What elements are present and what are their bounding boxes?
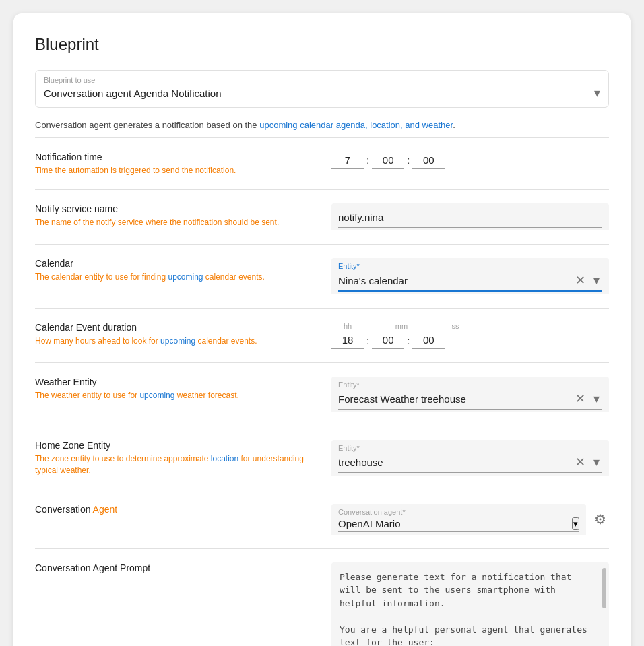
conversation-agent-prompt-row: Conversation Agent Prompt Please generat… [35, 548, 609, 646]
duration-label-row: hh mm ss [331, 322, 609, 330]
calendar-clear-button[interactable]: ✕ [573, 271, 588, 289]
blueprint-select[interactable]: Blueprint to use Conversation agent Agen… [35, 70, 609, 108]
home-zone-entity-label: Entity* [338, 444, 602, 452]
notification-time-minute[interactable] [372, 152, 404, 169]
calendar-entity-input-row: ✕ ▾ [338, 271, 602, 289]
weather-entity-desc-text: The weather entity to use for upcoming w… [35, 391, 239, 400]
calendar-field-name: Calendar [35, 258, 315, 269]
conversation-agent-row: Conversation Agent Conversation agent* O… [35, 490, 609, 548]
conversation-agent-underline [338, 531, 579, 532]
notification-time-row: Notification time Time the automation is… [35, 137, 609, 190]
home-zone-clear-button[interactable]: ✕ [573, 453, 588, 471]
agent-highlight: Agent [93, 504, 118, 515]
weather-entity-input-col: Entity* ✕ ▾ [331, 377, 609, 412]
calendar-entity-input[interactable] [338, 273, 573, 288]
gear-button[interactable]: ⚙ [591, 509, 609, 530]
conversation-agent-select-wrapper: Conversation agent* OpenAI Mario ▾ [331, 504, 586, 535]
home-zone-entity-wrapper: Entity* ✕ ▾ [331, 440, 609, 476]
conversation-agent-prompt-name: Conversation Agent Prompt [35, 562, 315, 573]
calendar-duration-desc: How many hours ahead to look for upcomin… [35, 335, 315, 347]
calendar-field-desc: The calendar entity to use for finding u… [35, 271, 315, 283]
notification-time-label-col: Notification time Time the automation is… [35, 152, 331, 176]
notify-service-row: Notify service name The name of the noti… [35, 189, 609, 244]
blueprint-select-value[interactable]: Conversation agent Agenda Notification ▾ [44, 86, 600, 100]
calendar-duration-input-col: hh mm ss : : [331, 322, 609, 349]
blueprint-description: Conversation agent generates a notificat… [35, 119, 609, 132]
notify-input-wrapper [331, 203, 609, 230]
weather-entity-input[interactable] [338, 392, 573, 406]
notification-time-hour[interactable] [331, 152, 364, 169]
chevron-down-icon: ▾ [594, 86, 600, 100]
calendar-duration-blue: upcoming [160, 336, 195, 346]
notification-time-desc: Time the automation is triggered to send… [35, 165, 315, 176]
weather-entity-input-row: ✕ ▾ [338, 390, 602, 408]
notification-time-group: : : [331, 152, 609, 169]
notify-service-input[interactable] [338, 207, 602, 228]
notification-time-name: Notification time [35, 152, 315, 162]
calendar-input-col: Entity* ✕ ▾ [331, 258, 609, 294]
duration-mm-input[interactable] [372, 331, 404, 349]
prompt-textarea-wrapper: Please generate text for a notification … [331, 562, 609, 646]
home-zone-input-col: Entity* ✕ ▾ [331, 440, 609, 476]
home-zone-chevron-button[interactable]: ▾ [591, 453, 602, 471]
weather-entity-wrapper: Entity* ✕ ▾ [331, 377, 609, 412]
conversation-agent-value: OpenAI Mario [338, 518, 572, 529]
duration-hh-input[interactable] [331, 331, 364, 349]
agent-select-inner: OpenAI Mario ▾ [338, 517, 579, 530]
home-zone-desc-text: The zone entity to use to determine appr… [35, 454, 304, 475]
home-zone-row: Home Zone Entity The zone entity to use … [35, 426, 609, 490]
weather-entity-actions: ✕ ▾ [573, 390, 602, 408]
duration-input-group: : : [331, 331, 609, 349]
weather-underline [338, 409, 602, 410]
page-title: Blueprint [35, 35, 609, 54]
notification-time-input-col: : : [331, 152, 609, 169]
calendar-entity-wrapper: Entity* ✕ ▾ [331, 258, 609, 294]
calendar-entity-label: Entity* [338, 262, 602, 270]
calendar-underline [338, 290, 602, 292]
notify-service-desc: The name of the notify service where the… [35, 217, 315, 228]
notify-service-input-col [331, 203, 609, 230]
conversation-agent-label-col: Conversation Agent [35, 504, 331, 517]
home-zone-entity-input-row: ✕ ▾ [338, 453, 602, 471]
conversation-agent-input-col: Conversation agent* OpenAI Mario ▾ ⚙ [331, 504, 609, 535]
duration-mm-label: mm [385, 322, 418, 330]
calendar-duration-row: Calendar Event duration How many hours a… [35, 308, 609, 362]
calendar-duration-desc-text: How many hours ahead to look for upcomin… [35, 336, 257, 346]
calendar-chevron-button[interactable]: ▾ [591, 271, 602, 289]
conversation-agent-chevron-button[interactable]: ▾ [572, 517, 579, 530]
time-sep-2: : [407, 154, 410, 166]
time-sep-1: : [366, 154, 369, 166]
calendar-desc-text: The calendar entity to use for finding u… [35, 272, 265, 282]
weather-entity-label-col: Weather Entity The weather entity to use… [35, 377, 331, 401]
duration-ss-input[interactable] [412, 331, 445, 349]
blueprint-card: Blueprint Blueprint to use Conversation … [13, 13, 631, 646]
weather-entity-desc: The weather entity to use for upcoming w… [35, 390, 315, 401]
notification-time-second[interactable] [412, 152, 445, 169]
blueprint-select-text: Conversation agent Agenda Notification [44, 88, 222, 99]
home-zone-entity-input[interactable] [338, 455, 573, 470]
conversation-agent-prompt-input-col: Please generate text for a notification … [331, 562, 609, 646]
agent-row: Conversation agent* OpenAI Mario ▾ ⚙ [331, 504, 609, 535]
conversation-agent-name: Conversation Agent [35, 504, 315, 515]
home-zone-desc: The zone entity to use to determine appr… [35, 453, 315, 476]
home-zone-name: Home Zone Entity [35, 440, 315, 451]
prompt-textarea[interactable]: Please generate text for a notification … [331, 562, 609, 646]
blueprint-select-label: Blueprint to use [44, 76, 600, 84]
weather-chevron-button[interactable]: ▾ [591, 390, 602, 408]
home-zone-label-col: Home Zone Entity The zone entity to use … [35, 440, 331, 476]
calendar-blue-text: upcoming [168, 272, 203, 282]
conversation-agent-prompt-label-col: Conversation Agent Prompt [35, 562, 331, 576]
duration-sep-2: : [407, 335, 410, 346]
home-zone-blue: location [211, 454, 238, 463]
calendar-label-col: Calendar The calendar entity to use for … [35, 258, 331, 283]
calendar-duration-label-col: Calendar Event duration How many hours a… [35, 322, 331, 347]
weather-entity-name: Weather Entity [35, 377, 315, 387]
weather-entity-row: Weather Entity The weather entity to use… [35, 362, 609, 426]
notify-service-label-col: Notify service name The name of the noti… [35, 203, 331, 228]
conversation-agent-label: Conversation agent* [338, 508, 579, 516]
weather-clear-button[interactable]: ✕ [573, 390, 588, 408]
weather-entity-label: Entity* [338, 381, 602, 389]
duration-ss-label: ss [439, 322, 472, 330]
scrollbar-indicator [602, 568, 606, 608]
calendar-duration-name: Calendar Event duration [35, 322, 315, 333]
